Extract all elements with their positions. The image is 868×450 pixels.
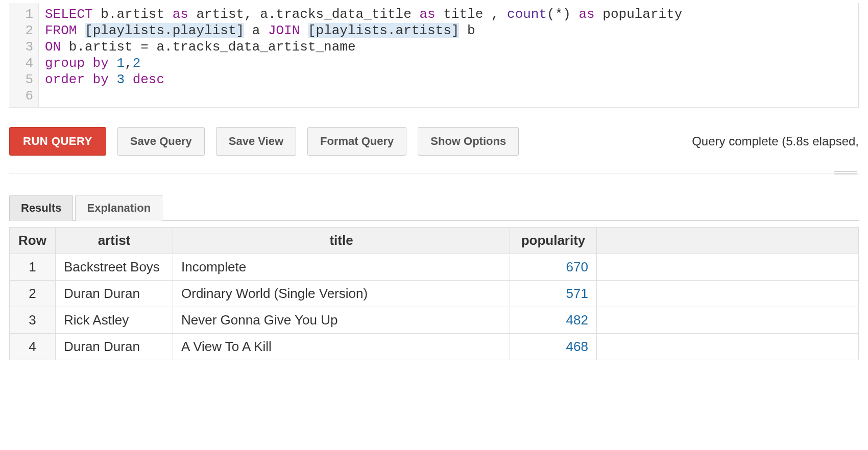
table-row: 1 Backstreet Boys Incomplete 670 [10,254,859,281]
cell-blank [597,254,859,281]
tab-explanation[interactable]: Explanation [75,195,162,221]
cell-popularity: 482 [510,307,597,334]
results-tabs: Results Explanation [9,195,859,221]
line-number: 6 [16,88,33,104]
table-row: 4 Duran Duran A View To A Kill 468 [10,334,859,360]
resize-handle-icon[interactable] [834,171,857,176]
line-number: 3 [16,39,33,55]
code-line[interactable]: ON b.artist = a.tracks_data_artist_name [45,39,682,55]
code-line[interactable]: order by 3 desc [45,71,682,88]
cell-artist: Duran Duran [56,334,173,360]
cell-row: 3 [10,307,56,334]
cell-blank [597,334,859,360]
run-query-button[interactable]: RUN QUERY [9,127,106,156]
cell-title: Incomplete [173,254,510,281]
cell-artist: Backstreet Boys [56,254,173,281]
cell-popularity: 468 [510,334,597,360]
line-number: 1 [16,6,33,22]
query-toolbar: RUN QUERY Save Query Save View Format Qu… [9,127,859,173]
cell-artist: Duran Duran [56,281,173,307]
tab-results[interactable]: Results [9,195,73,221]
cell-title: Never Gonna Give You Up [173,307,510,334]
col-row: Row [10,228,56,254]
cell-title: Ordinary World (Single Version) [173,281,510,307]
code-line[interactable]: SELECT b.artist as artist, a.tracks_data… [45,6,682,22]
format-query-button[interactable]: Format Query [307,127,406,156]
cell-row: 2 [10,281,56,307]
cell-popularity: 571 [510,281,597,307]
line-gutter: 123456 [9,3,39,107]
results-table: Row artist title popularity 1 Backstreet… [9,227,859,360]
cell-blank [597,281,859,307]
table-row: 3 Rick Astley Never Gonna Give You Up 48… [10,307,859,334]
cell-blank [597,307,859,334]
cell-row: 4 [10,334,56,360]
sql-editor[interactable]: 123456 SELECT b.artist as artist, a.trac… [9,3,859,108]
code-line[interactable]: group by 1,2 [45,55,682,71]
col-artist: artist [56,228,173,254]
cell-popularity: 670 [510,254,597,281]
table-row: 2 Duran Duran Ordinary World (Single Ver… [10,281,859,307]
show-options-button[interactable]: Show Options [418,127,519,156]
col-blank [597,228,859,254]
line-number: 5 [16,71,33,88]
table-header-row: Row artist title popularity [10,228,859,254]
query-status-text: Query complete (5.8s elapsed, [692,134,859,148]
line-number: 4 [16,55,33,71]
cell-title: A View To A Kill [173,334,510,360]
save-query-button[interactable]: Save Query [117,127,205,156]
line-number: 2 [16,22,33,39]
save-view-button[interactable]: Save View [216,127,296,156]
cell-artist: Rick Astley [56,307,173,334]
sql-code-area[interactable]: SELECT b.artist as artist, a.tracks_data… [39,3,688,107]
col-popularity: popularity [510,228,597,254]
cell-row: 1 [10,254,56,281]
code-line[interactable]: FROM [playlists.playlist] a JOIN [playli… [45,22,682,39]
col-title: title [173,228,510,254]
